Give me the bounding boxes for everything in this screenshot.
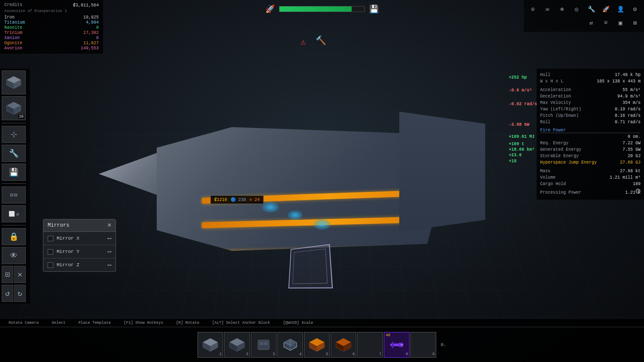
gen-energy-row: Generated Energy 7.55 GW	[540, 147, 641, 153]
mirror-y-arrows: ⟷	[108, 248, 111, 255]
hotbar-slot-3[interactable]: 3	[251, 332, 276, 358]
mirror-x-checkbox[interactable]	[48, 236, 53, 241]
hull-value: 17.48 k hp	[615, 72, 641, 78]
mass-label: Mass	[540, 168, 550, 174]
speed-delta-float: -0.6 m/s²	[509, 88, 532, 93]
mirrors-close-button[interactable]: ×	[108, 222, 111, 229]
toolbar-row-2: ⇄ ≡ ▣ ⊞	[527, 17, 641, 28]
hotbar-slot-8[interactable]: 40 8	[384, 332, 410, 358]
compass-icon[interactable]: ◎	[571, 3, 582, 15]
volume-value: 1.21 mill m³	[610, 175, 641, 181]
pitch-label: Pitch (Up/Down)	[540, 113, 579, 119]
trinium-value: 17,382	[83, 30, 99, 35]
wireframe-block	[289, 244, 333, 288]
hull-section: Hull 17.48 k hp W x H x L 185 x 138 x 44…	[540, 72, 641, 85]
ship-model	[77, 43, 528, 335]
ship-icon-left: 🚀	[265, 4, 275, 14]
hint-place-template: Place Template	[79, 321, 111, 325]
monitor-icon[interactable]: ▣	[615, 17, 626, 28]
decel-label: Deceleration	[540, 94, 571, 100]
naonite-label: Naonite	[4, 25, 22, 30]
mirror-y-row: Mirror Y ⟷	[43, 245, 115, 259]
galaxy-icon[interactable]: ⊗	[556, 3, 568, 15]
slot-3-number: 3	[273, 352, 275, 356]
hint-anchor: [ALT] Select Anchor Block	[212, 321, 270, 325]
stats-panel: Hull 17.48 k hp W x H x L 185 x 138 x 44…	[537, 69, 644, 200]
tool-b[interactable]: ✕	[14, 266, 26, 283]
mirror-x-arrows: ⟷	[108, 235, 111, 242]
svg-rect-19	[260, 346, 263, 348]
map-icon[interactable]: ⊙	[527, 3, 538, 15]
ship-icon-right: 💾	[369, 4, 379, 14]
volume-row: Volume 1.21 mill m³	[540, 175, 641, 181]
tool-eye[interactable]: 👁	[2, 247, 26, 264]
hp-delta-float: +252 hp	[509, 75, 527, 80]
tool-lock[interactable]: 🔒	[2, 228, 26, 245]
svg-rect-35	[401, 344, 403, 345]
tool-row-group: ⊡ ✕	[2, 266, 26, 283]
hotbar-slot-7[interactable]: 7	[357, 332, 383, 358]
sidebar-divider-3	[2, 225, 26, 225]
fire-power-row: 0 om.	[540, 134, 641, 140]
block-2-badge: 20	[18, 115, 24, 119]
credits-row: Credits ₡3,811,564	[4, 3, 99, 8]
mirror-z-checkbox[interactable]	[48, 262, 53, 268]
toolbar-row-1: ⊙ ✉ ⊗ ◎ 🔧 🚀 👤 ⚙	[527, 3, 641, 15]
slot-6-number: 6	[352, 352, 355, 356]
mass-section: Mass 27.68 kt Volume 1.21 mill m³ Cargo …	[540, 168, 641, 187]
mirror-z-arrows: ⟷	[108, 262, 111, 268]
xanion-row: Xanion 0	[4, 36, 99, 40]
hint-scale: [QWASD] Scale	[283, 321, 313, 325]
crew-icon[interactable]: 👤	[615, 3, 626, 15]
game-mode: Ascension of Exasperation 1	[4, 9, 99, 13]
resources-panel: Credits ₡3,811,564 Ascension of Exaspera…	[0, 0, 103, 54]
block-credits: ₡1216	[214, 197, 227, 202]
mail-icon[interactable]: ✉	[542, 3, 553, 15]
tool-undo-group: ↺ ↻	[2, 285, 26, 302]
processing-delta-float: +18	[509, 159, 516, 164]
iron-value: 19,825	[83, 15, 99, 20]
tool-select[interactable]: ⊹	[2, 126, 26, 143]
hotbar-slot-5[interactable]: 5	[304, 332, 330, 358]
bars-icon[interactable]: ≡	[600, 17, 611, 28]
hull-main	[142, 120, 442, 258]
hyperspace-value: 27.68 GJ	[620, 160, 641, 166]
tool-save[interactable]: 💾	[2, 164, 26, 181]
ship-icon[interactable]: 🚀	[600, 3, 611, 15]
sidebar-block-1[interactable]	[2, 70, 26, 94]
mirror-y-checkbox[interactable]	[48, 249, 53, 255]
slot-1-number: 1	[219, 352, 222, 356]
settings-icon[interactable]: ⚙	[629, 3, 641, 15]
accel-value: 55 m/s²	[623, 87, 641, 93]
cargo-delta-float: +23.6	[509, 153, 522, 158]
mirror-y-label: Mirror Y	[57, 249, 104, 254]
tool-wrench[interactable]: 🔧	[2, 145, 26, 162]
hint-rotate: [R] Rotate	[176, 321, 199, 325]
iron-label: Iron	[4, 15, 15, 20]
hotbar-slot-6[interactable]: 6	[331, 332, 356, 358]
hull-row: Hull 17.48 k hp	[540, 72, 641, 78]
avorion-value: 149,553	[81, 46, 99, 51]
mirror-x-label: Mirror X	[57, 236, 104, 241]
tool-frame-1[interactable]: ⊡ ⊟	[2, 186, 26, 204]
tool-undo[interactable]: ↺	[2, 285, 13, 302]
hint-select: Select	[52, 321, 65, 325]
hotbar-slot-4[interactable]: 4	[277, 332, 303, 358]
sidebar-block-2[interactable]: 20	[2, 96, 26, 120]
yaw-value: 0.19 rad/s	[615, 106, 641, 113]
arrows-icon[interactable]: ⇄	[586, 17, 597, 28]
mirrors-header: Mirrors ×	[43, 219, 115, 232]
hotbar-slot-2[interactable]: 2	[224, 332, 250, 358]
svg-rect-17	[260, 342, 263, 345]
panel-settings-button[interactable]: ⚙	[635, 186, 641, 196]
maxvel-label: Max Velocity	[540, 100, 571, 106]
yaw-label: Yaw (Left/Right)	[540, 106, 581, 113]
tool-grid-1[interactable]: ⬜ ↺	[2, 205, 26, 222]
tool-redo[interactable]: ↻	[14, 285, 26, 302]
hotbar-slot-9[interactable]: 9	[410, 332, 436, 358]
hotbar-slot-1[interactable]: 1	[197, 332, 223, 358]
puzzle-icon[interactable]: ⊞	[629, 17, 641, 28]
movement-section: Acceleration 55 m/s² Deceleration 94.9 m…	[540, 87, 641, 125]
tool-a[interactable]: ⊡	[2, 266, 13, 283]
build-icon[interactable]: 🔧	[586, 3, 597, 15]
